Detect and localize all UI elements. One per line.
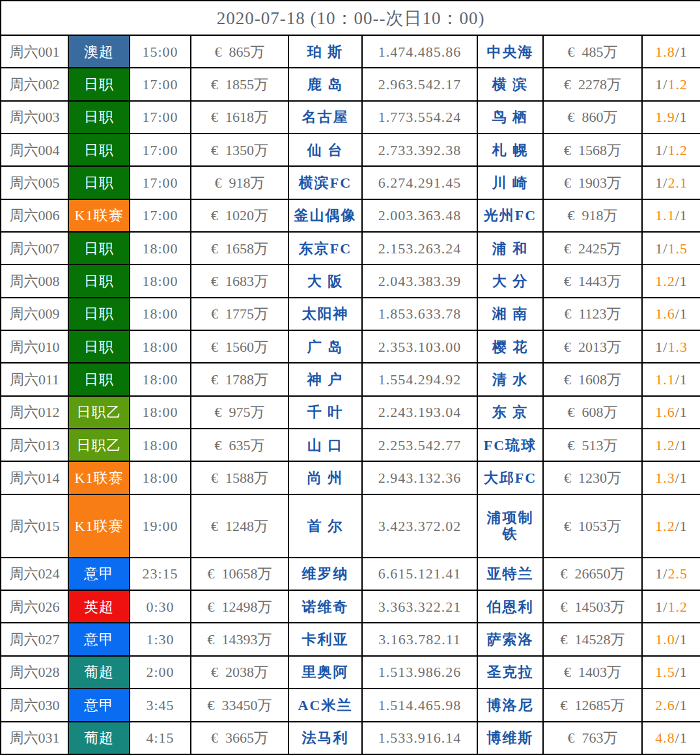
home-value-cell: € 1350万 [191, 134, 288, 166]
ratio-left-part: 2.6 [655, 697, 675, 713]
league-badge: 日职 [68, 232, 130, 264]
home-team-cell: 横滨FC [288, 166, 362, 199]
ratio-left-part: 1/ [655, 142, 667, 158]
win-draw-lose-odds-cell: 2.943.132.36 [362, 461, 477, 494]
away-value-cell: € 763万 [543, 722, 642, 755]
ratio-left-part: 1.0 [655, 631, 675, 648]
value-ratio-cell: 1/1.5 [642, 232, 700, 264]
value-ratio-cell: 1/2.5 [642, 558, 700, 590]
home-team-cell: 首 尔 [288, 494, 362, 558]
ratio-right-part: /1 [675, 109, 688, 125]
home-team-cell: 诺维奇 [288, 590, 362, 623]
away-value-cell: € 608万 [543, 396, 642, 429]
kickoff-time-cell: 2:00 [130, 656, 191, 689]
page-title: 2020-07-18 (10：00--次日10：00) [1, 1, 700, 35]
ratio-left-part: 1.5 [655, 664, 675, 680]
league-badge: 日职乙 [68, 429, 130, 461]
league-badge: 澳超 [68, 35, 130, 68]
ratio-right-part: 1.3 [667, 339, 688, 355]
table-row: 周六031 葡超 4:15 € 3665万 法马利 1.533.916.14 博… [1, 722, 700, 755]
value-ratio-cell: 1/1.2 [642, 590, 700, 623]
away-value-cell: € 1053万 [543, 494, 642, 558]
away-team-cell: 中央海 [477, 35, 543, 68]
kickoff-time-cell: 19:00 [130, 494, 191, 558]
away-team-cell: 大 分 [477, 264, 543, 297]
home-team-cell: 千 叶 [288, 396, 362, 429]
away-value-cell: € 1230万 [543, 461, 642, 494]
kickoff-time-cell: 18:00 [130, 232, 191, 264]
value-ratio-cell: 1.5/1 [642, 656, 700, 689]
away-value-cell: € 513万 [543, 429, 642, 461]
away-team-cell: 札 幌 [477, 134, 543, 166]
value-ratio-cell: 1.6/1 [642, 298, 700, 330]
match-id-cell: 周六002 [1, 68, 68, 100]
win-draw-lose-odds-cell: 1.853.633.78 [362, 298, 477, 330]
win-draw-lose-odds-cell: 1.514.465.98 [362, 689, 477, 721]
win-draw-lose-odds-cell: 1.474.485.86 [362, 35, 477, 68]
ratio-left-part: 1.9 [655, 109, 675, 125]
table-row: 周六008 日职 18:00 € 1683万 大 阪 2.043.383.39 … [1, 264, 700, 297]
away-team-cell: 川 崎 [477, 166, 543, 199]
kickoff-time-cell: 1:30 [130, 623, 191, 655]
ratio-left-part: 1.6 [655, 404, 675, 420]
win-draw-lose-odds-cell: 2.003.363.48 [362, 199, 477, 232]
win-draw-lose-odds-cell: 2.253.542.77 [362, 429, 477, 461]
kickoff-time-cell: 0:30 [130, 590, 191, 623]
away-value-cell: € 485万 [543, 35, 642, 68]
match-id-cell: 周六003 [1, 101, 68, 134]
home-team-cell: 尚 州 [288, 461, 362, 494]
table-row: 周六004 日职 17:00 € 1350万 仙 台 2.733.392.38 … [1, 134, 700, 166]
home-value-cell: € 1618万 [191, 101, 288, 134]
ratio-left-part: 4.8 [655, 730, 675, 746]
ratio-left-part: 1.1 [655, 371, 675, 388]
table-row: 周六010 日职 18:00 € 1560万 广 岛 2.353.103.00 … [1, 330, 700, 363]
ratio-left-part: 1/ [655, 339, 667, 355]
home-team-cell: 仙 台 [288, 134, 362, 166]
value-ratio-cell: 4.8/1 [642, 722, 700, 755]
away-team-cell: 浦 和 [477, 232, 543, 264]
away-team-cell: 萨索洛 [477, 623, 543, 655]
ratio-left-part: 1/ [655, 240, 667, 257]
kickoff-time-cell: 15:00 [130, 35, 191, 68]
match-id-cell: 周六006 [1, 199, 68, 232]
home-value-cell: € 3665万 [191, 722, 288, 755]
table-row: 周六005 日职 17:00 € 918万 横滨FC 6.274.291.45 … [1, 166, 700, 199]
match-id-cell: 周六026 [1, 590, 68, 623]
match-id-cell: 周六004 [1, 134, 68, 166]
match-id-cell: 周六007 [1, 232, 68, 264]
ratio-right-part: 1.2 [667, 599, 688, 615]
match-id-cell: 周六005 [1, 166, 68, 199]
ratio-right-part: 1.2 [667, 142, 688, 158]
ratio-left-part: 1.2 [655, 518, 675, 534]
league-badge: 日职 [68, 363, 130, 395]
away-value-cell: € 14503万 [543, 590, 642, 623]
ratio-left-part: 1.2 [655, 273, 675, 289]
kickoff-time-cell: 18:00 [130, 396, 191, 429]
away-team-cell: 鸟 栖 [477, 101, 543, 134]
home-team-cell: 维罗纳 [288, 558, 362, 590]
match-id-cell: 周六012 [1, 396, 68, 429]
home-value-cell: € 1775万 [191, 298, 288, 330]
match-id-cell: 周六008 [1, 264, 68, 297]
ratio-left-part: 1/ [655, 599, 667, 615]
away-team-cell: 横 滨 [477, 68, 543, 100]
match-id-cell: 周六028 [1, 656, 68, 689]
ratio-right-part: /1 [675, 306, 688, 322]
home-team-cell: 大 阪 [288, 264, 362, 297]
home-value-cell: € 12498万 [191, 590, 288, 623]
home-team-cell: 太阳神 [288, 298, 362, 330]
ratio-right-part: /1 [675, 518, 688, 534]
ratio-right-part: /1 [675, 730, 688, 746]
value-ratio-cell: 1/1.3 [642, 330, 700, 363]
ratio-right-part: 1.2 [667, 76, 688, 93]
win-draw-lose-odds-cell: 2.353.103.00 [362, 330, 477, 363]
win-draw-lose-odds-cell: 6.615.121.41 [362, 558, 477, 590]
kickoff-time-cell: 17:00 [130, 134, 191, 166]
away-team-cell: 东 京 [477, 396, 543, 429]
kickoff-time-cell: 18:00 [130, 264, 191, 297]
table-row: 周六026 英超 0:30 € 12498万 诺维奇 3.363.322.21 … [1, 590, 700, 623]
kickoff-time-cell: 17:00 [130, 166, 191, 199]
away-team-cell: FC琉球 [477, 429, 543, 461]
away-team-cell: 清 水 [477, 363, 543, 395]
home-value-cell: € 1658万 [191, 232, 288, 264]
